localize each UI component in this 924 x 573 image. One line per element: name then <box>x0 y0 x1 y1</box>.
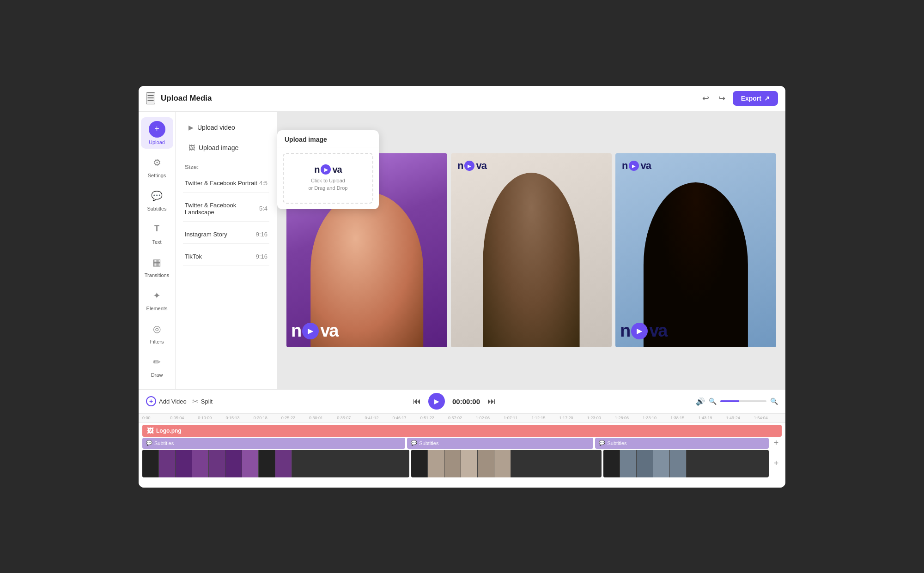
play-button[interactable]: ▶ <box>428 393 445 410</box>
menu-button[interactable]: ☰ <box>146 92 155 104</box>
strip-thumb <box>461 450 478 477</box>
strip-thumb <box>670 450 687 477</box>
upload-video-icon: ▶ <box>188 124 194 131</box>
playback-controls: + Add Video ✂ Split ⏮ ▶ 00:00:00 ⏭ 🔊 🔍 🔍 <box>139 390 785 414</box>
ruler-tick-22: 1:54:04 <box>754 416 782 420</box>
sidebar-item-upload[interactable]: + Upload <box>141 117 173 149</box>
zoom-out-icon[interactable]: 🔍 <box>709 398 717 405</box>
video-card-2: n ▶ va <box>451 153 612 347</box>
video-strip-1[interactable] <box>142 450 409 477</box>
sidebar-item-filters[interactable]: ◎ Filters <box>141 317 173 348</box>
drop-text-line1: Click to Upload <box>309 177 348 185</box>
timeline: 0:00 0:05:04 0:10:09 0:15:13 0:20:18 0:2… <box>139 414 785 488</box>
upload-video-label: Upload video <box>197 124 235 131</box>
ruler-tick-2: 0:10:09 <box>198 416 225 420</box>
nova-n-bot: n <box>291 321 301 341</box>
export-button[interactable]: Export ↗ <box>733 91 778 106</box>
strip-thumb <box>142 450 159 477</box>
add-track-button[interactable]: + <box>771 438 782 449</box>
nova-n3b: n <box>620 321 630 341</box>
ruler-tick-16: 1:23:00 <box>587 416 615 420</box>
playback-right: 🔊 🔍 🔍 <box>696 397 778 406</box>
nova-va-bot: va <box>320 321 338 341</box>
size-option-landscape[interactable]: Twitter & Facebook Landscape 5:4 <box>183 196 269 222</box>
ruler-tick-20: 1:43:19 <box>698 416 726 420</box>
timecode: 00:00:00 <box>452 398 480 405</box>
strip-thumb <box>637 450 653 477</box>
timeline-tracks: 🖼 Logo.png 💬 Subtitles 💬 Subtitles 💬 <box>139 423 785 488</box>
upload-image-label: Upload image <box>199 144 238 151</box>
person-2 <box>483 173 580 347</box>
subtitle-label-3: Subtitles <box>607 440 626 446</box>
subtitle-block-2[interactable]: 💬 Subtitles <box>407 438 593 449</box>
add-video-strip-button[interactable]: + <box>771 458 782 469</box>
sidebar-item-settings[interactable]: ⚙ Settings <box>141 151 173 182</box>
sidebar-item-text[interactable]: T Text <box>141 217 173 248</box>
portrait-ratio: 4:5 <box>259 180 267 187</box>
upload-panel: ▶ Upload video 🖼 Upload image Size: Twit… <box>176 112 277 389</box>
video-card-3: n ▶ va n ▶ va <box>615 153 776 347</box>
sidebar: + Upload ⚙ Settings 💬 Subtitles T Text ▦… <box>139 112 176 389</box>
sidebar-item-elements[interactable]: ✦ Elements <box>141 283 173 315</box>
app-window: ☰ Upload Media ↩ ↪ Export ↗ + Upload ⚙ S… <box>139 86 785 488</box>
text-icon: T <box>149 221 165 237</box>
nova-n2: n <box>457 160 463 172</box>
ruler-tick-13: 1:07:11 <box>504 416 531 420</box>
nova-play-3b: ▶ <box>631 323 648 339</box>
subtitle-block-3[interactable]: 💬 Subtitles <box>595 438 769 449</box>
ruler-tick-12: 1:02:06 <box>476 416 504 420</box>
size-label: Size: <box>183 163 269 170</box>
draw-icon: ✏ <box>149 354 165 370</box>
ruler-tick-5: 0:25:22 <box>281 416 309 420</box>
subtitle-label-1: Subtitles <box>154 440 174 446</box>
size-option-instagram[interactable]: Instagram Story 9:16 <box>183 225 269 244</box>
logo-track[interactable]: 🖼 Logo.png <box>142 425 782 437</box>
strip-thumb <box>494 450 511 477</box>
ruler-tick-1: 0:05:04 <box>170 416 198 420</box>
sidebar-item-transitions[interactable]: ▦ Transitions <box>141 250 173 282</box>
subtitle-block-1[interactable]: 💬 Subtitles <box>142 438 405 449</box>
upload-image-icon: 🖼 <box>188 144 195 151</box>
video-strip-2[interactable] <box>411 450 602 477</box>
upload-drop-area[interactable]: n ▶ va Click to Upload or Drag and Drop <box>283 153 373 204</box>
undo-button[interactable]: ↩ <box>700 91 711 105</box>
transitions-icon: ▦ <box>149 254 165 271</box>
sidebar-item-draw[interactable]: ✏ Draw <box>141 350 173 381</box>
sidebar-transitions-label: Transitions <box>145 272 169 278</box>
sidebar-item-subtitles[interactable]: 💬 Subtitles <box>141 184 173 215</box>
ruler-tick-9: 0:46:17 <box>393 416 420 420</box>
nova-va3: va <box>640 160 650 172</box>
landscape-name: Twitter & Facebook Landscape <box>185 202 259 216</box>
sidebar-settings-label: Settings <box>148 173 166 178</box>
split-label: Split <box>201 398 213 405</box>
ruler-tick-6: 0:30:01 <box>309 416 337 420</box>
volume-icon[interactable]: 🔊 <box>696 397 705 406</box>
strip-thumb <box>159 450 176 477</box>
drop-text: Click to Upload or Drag and Drop <box>309 177 348 192</box>
size-option-portrait[interactable]: Twitter & Facebook Portrait 4:5 <box>183 174 269 193</box>
rewind-button[interactable]: ⏮ <box>413 397 421 406</box>
redo-button[interactable]: ↪ <box>717 91 727 105</box>
strip-thumb <box>176 450 192 477</box>
drop-text-line2: or Drag and Drop <box>309 184 348 192</box>
ruler-tick-4: 0:20:18 <box>254 416 281 420</box>
nova-va3b: va <box>649 321 667 341</box>
zoom-slider[interactable] <box>720 400 766 402</box>
ruler-tick-18: 1:33:10 <box>643 416 670 420</box>
size-option-tiktok[interactable]: TikTok 9:16 <box>183 247 269 266</box>
fast-forward-button[interactable]: ⏭ <box>487 397 496 406</box>
sidebar-elements-label: Elements <box>146 306 168 311</box>
zoom-in-icon[interactable]: 🔍 <box>770 398 778 405</box>
nova-play-2: ▶ <box>464 161 474 171</box>
bottom-section: + Add Video ✂ Split ⏮ ▶ 00:00:00 ⏭ 🔊 🔍 🔍 <box>139 389 785 488</box>
playback-center: ⏮ ▶ 00:00:00 ⏭ <box>218 393 690 410</box>
ruler-tick-0: 0:00 <box>142 416 170 420</box>
upload-video-button[interactable]: ▶ Upload video <box>183 119 269 136</box>
split-button[interactable]: ✂ Split <box>192 397 213 406</box>
add-video-button[interactable]: + Add Video <box>146 396 187 406</box>
upload-image-button[interactable]: 🖼 Upload image <box>183 139 269 156</box>
settings-icon: ⚙ <box>149 154 165 171</box>
top-bar: ☰ Upload Media ↩ ↪ Export ↗ <box>139 86 785 112</box>
video-strip-3[interactable] <box>603 450 769 477</box>
sidebar-filters-label: Filters <box>150 339 164 344</box>
